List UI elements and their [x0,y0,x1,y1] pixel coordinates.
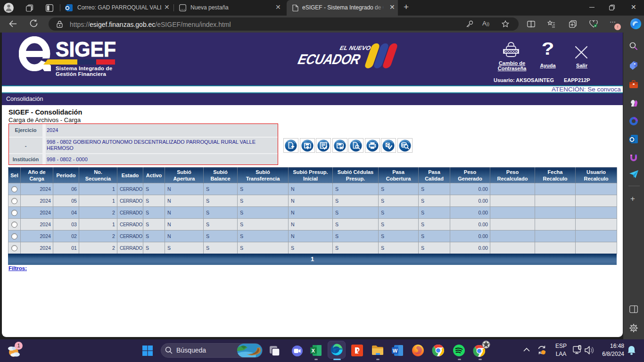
svg-text:SIGEF: SIGEF [56,41,116,59]
svg-text:C: C [387,142,389,147]
svg-text:X: X [312,348,315,354]
svg-text:W: W [393,348,398,354]
